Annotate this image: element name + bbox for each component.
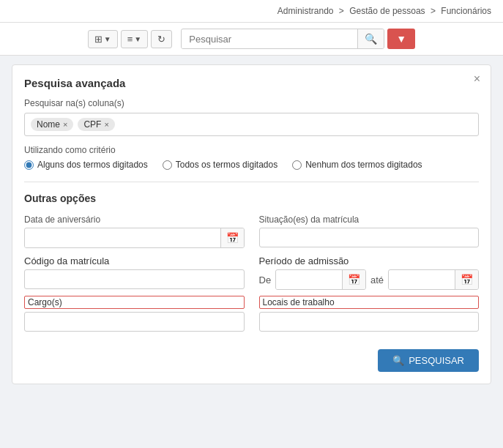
situacao-label: Situação(es) da matrícula bbox=[259, 214, 480, 225]
list-chevron-icon: ▼ bbox=[134, 35, 141, 43]
criteria-nenhum-label: Nenhum dos termos digitados bbox=[305, 160, 422, 170]
aniversario-field: Data de aniversário 📅 bbox=[24, 214, 245, 248]
criteria-alguns-radio[interactable] bbox=[24, 160, 34, 170]
codigo-field: Código da matrícula bbox=[24, 255, 245, 290]
columns-chevron-icon: ▼ bbox=[104, 35, 111, 43]
situacao-input[interactable] bbox=[259, 228, 480, 247]
cargos-label: Cargo(s) bbox=[24, 296, 245, 309]
search-submit-button[interactable]: 🔍 bbox=[357, 29, 384, 48]
periodo-row: De 📅 até 📅 bbox=[259, 269, 480, 290]
criteria-row: Alguns dos termos digitados Todos os ter… bbox=[24, 160, 479, 170]
breadcrumb: Administrando > Gestão de pessoas > Func… bbox=[277, 6, 491, 16]
cargos-input[interactable] bbox=[24, 312, 245, 332]
locais-label: Locais de trabalho bbox=[259, 296, 480, 309]
tag-cpf-remove[interactable]: × bbox=[104, 120, 108, 129]
top-bar: Administrando > Gestão de pessoas > Func… bbox=[0, 0, 503, 23]
aniversario-calendar-icon[interactable]: 📅 bbox=[220, 228, 244, 247]
filter-button[interactable]: ▼ bbox=[387, 29, 415, 49]
toolbar: ⊞ ▼ ≡ ▼ ↻ 🔍 ▼ bbox=[0, 23, 503, 56]
criteria-nenhum-radio[interactable] bbox=[292, 160, 302, 170]
criteria-todos-label: Todos os termos digitados bbox=[176, 160, 277, 170]
breadcrumb-sep-1: > bbox=[339, 6, 346, 16]
close-button[interactable]: × bbox=[474, 72, 480, 86]
codigo-label: Código da matrícula bbox=[24, 255, 245, 266]
cargos-field: Cargo(s) bbox=[24, 296, 245, 332]
tag-cpf-label: CPF bbox=[83, 119, 101, 130]
periodo-label: Período de admissão bbox=[259, 255, 480, 266]
periodo-de-input[interactable] bbox=[276, 271, 342, 289]
advanced-search-panel: Pesquisa avançada × Pesquisar na(s) colu… bbox=[12, 64, 491, 384]
pesquisar-search-icon: 🔍 bbox=[392, 355, 404, 366]
bottom-row: 🔍 PESQUISAR bbox=[24, 339, 479, 372]
aniversario-label: Data de aniversário bbox=[24, 214, 245, 225]
breadcrumb-part-3: Funcionários bbox=[441, 6, 491, 16]
section-divider bbox=[24, 182, 479, 182]
search-icon: 🔍 bbox=[365, 33, 377, 45]
periodo-ate-calendar-icon[interactable]: 📅 bbox=[455, 270, 478, 289]
breadcrumb-sep-2: > bbox=[431, 6, 438, 16]
pesquisar-button[interactable]: 🔍 PESQUISAR bbox=[378, 349, 479, 372]
tag-nome: Nome × bbox=[31, 118, 73, 131]
de-label: De bbox=[259, 275, 272, 285]
filter-icon: ▼ bbox=[396, 33, 406, 45]
tag-input-box[interactable]: Nome × CPF × bbox=[24, 113, 479, 136]
tag-cpf: CPF × bbox=[78, 118, 114, 131]
columns-view-button[interactable]: ⊞ ▼ bbox=[88, 30, 118, 48]
codigo-input[interactable] bbox=[24, 269, 245, 289]
breadcrumb-part-1: Administrando bbox=[277, 6, 334, 16]
col-label: Pesquisar na(s) coluna(s) bbox=[24, 98, 479, 108]
criteria-alguns-label: Alguns dos termos digitados bbox=[37, 160, 148, 170]
pesquisar-label: PESQUISAR bbox=[409, 355, 464, 366]
refresh-button[interactable]: ↻ bbox=[151, 30, 172, 48]
criteria-label: Utilizando como critério bbox=[24, 145, 479, 155]
panel-title: Pesquisa avançada bbox=[24, 77, 479, 89]
periodo-ate-input[interactable] bbox=[389, 271, 455, 289]
periodo-field: Período de admissão De 📅 até 📅 bbox=[259, 255, 480, 290]
periodo-de-calendar-icon[interactable]: 📅 bbox=[342, 270, 365, 289]
ate-label: até bbox=[370, 275, 384, 285]
tag-nome-remove[interactable]: × bbox=[63, 120, 67, 129]
situacao-field: Situação(es) da matrícula bbox=[259, 214, 480, 248]
list-icon: ≡ bbox=[127, 34, 133, 45]
breadcrumb-part-2: Gestão de pessoas bbox=[349, 6, 425, 16]
locais-field: Locais de trabalho bbox=[259, 296, 480, 332]
tag-nome-label: Nome bbox=[37, 119, 60, 130]
criteria-nenhum[interactable]: Nenhum dos termos digitados bbox=[292, 160, 422, 170]
search-box: 🔍 bbox=[181, 29, 384, 49]
periodo-de-input-box: 📅 bbox=[275, 269, 366, 290]
criteria-todos-radio[interactable] bbox=[163, 160, 172, 170]
periodo-ate-input-box: 📅 bbox=[388, 269, 479, 290]
aniversario-input-box: 📅 bbox=[24, 228, 245, 248]
columns-icon: ⊞ bbox=[94, 34, 103, 45]
criteria-todos[interactable]: Todos os termos digitados bbox=[163, 160, 277, 170]
refresh-icon: ↻ bbox=[157, 34, 165, 45]
other-options-title: Outras opções bbox=[24, 193, 479, 204]
list-view-button[interactable]: ≡ ▼ bbox=[121, 30, 149, 48]
search-input[interactable] bbox=[182, 30, 357, 48]
locais-input[interactable] bbox=[259, 312, 480, 332]
criteria-alguns[interactable]: Alguns dos termos digitados bbox=[24, 160, 148, 170]
aniversario-input[interactable] bbox=[25, 229, 220, 247]
